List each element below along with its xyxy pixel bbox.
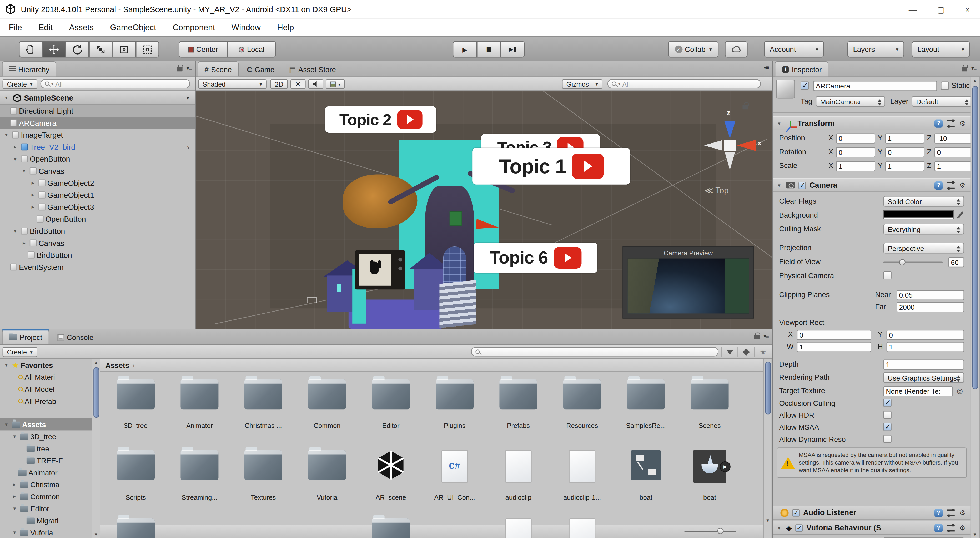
transform-rotation-y-field[interactable]: 0 xyxy=(885,147,924,157)
culling-mask-dropdown[interactable]: Everything xyxy=(883,224,964,235)
menu-assets[interactable]: Assets xyxy=(69,22,94,32)
project-tree-item-migrati[interactable]: Migrati xyxy=(0,514,92,527)
transform-component-header[interactable]: ▼ Transform ?⚙ xyxy=(773,117,970,130)
scene-viewport[interactable]: Topic 2Topic 3Topic 1Topic 6 Camera Prev… xyxy=(196,91,772,329)
transform-position-z-field[interactable]: -10 xyxy=(934,133,970,143)
fov-slider[interactable] xyxy=(883,262,943,263)
camera-component-header[interactable]: ▼ Camera ?⚙ xyxy=(773,178,970,192)
physical-camera-checkbox[interactable] xyxy=(883,271,892,279)
viewport-x-field[interactable]: 0 xyxy=(797,330,871,340)
menu-help[interactable]: Help xyxy=(277,22,294,32)
menu-window[interactable]: Window xyxy=(232,22,261,32)
tab-project[interactable]: Project xyxy=(2,329,49,345)
project-tree-item-vuforia[interactable]: ▼Vuforia xyxy=(0,527,92,538)
effects-dropdown-button[interactable]: ▾ xyxy=(326,79,345,89)
target-texture-field[interactable]: None (Render Te: xyxy=(883,386,953,396)
project-tree-item-common[interactable]: ►Common xyxy=(0,490,92,503)
scene-asset-header[interactable]: ▼ SampleScene ▾≡ xyxy=(0,91,195,105)
help-icon[interactable]: ? xyxy=(934,509,943,517)
asset-scenes-folder[interactable] xyxy=(679,379,740,409)
project-tree-item-christma[interactable]: ►Christma xyxy=(0,479,92,491)
project-tree-item-favorites[interactable]: ▼★Favorites xyxy=(0,359,92,371)
transform-scale-x-field[interactable]: 1 xyxy=(836,161,875,171)
fov-field[interactable]: 60 xyxy=(948,257,964,267)
hierarchy-search-input[interactable]: ▾ All xyxy=(40,79,190,88)
hierarchy-item-birdbutton[interactable]: ▼BirdButton xyxy=(0,225,195,237)
shading-mode-dropdown[interactable]: Shaded▾ xyxy=(198,79,267,89)
asset-resources-folder[interactable] xyxy=(552,379,612,409)
orientation-gizmo[interactable]: z x xyxy=(695,110,765,181)
asset-3d-tree-folder[interactable] xyxy=(105,379,166,409)
transform-scale-y-field[interactable]: 1 xyxy=(885,161,924,171)
asset-editor-folder[interactable] xyxy=(360,379,421,409)
hierarchy-item-gameobject2[interactable]: ►GameObject2 xyxy=(0,177,195,189)
panel-menu-icon[interactable]: ▾≡ xyxy=(971,65,976,71)
menu-edit[interactable]: Edit xyxy=(38,22,52,32)
panel-menu-icon[interactable]: ▾≡ xyxy=(764,333,768,339)
step-button[interactable]: ▶▮ xyxy=(501,41,525,57)
transform-position-x-field[interactable]: 0 xyxy=(836,133,875,143)
transform-position-y-field[interactable]: 1 xyxy=(885,133,924,143)
asset-ar-ui-con-csharp[interactable]: C# xyxy=(424,450,485,483)
thumbnail-zoom-knob[interactable] xyxy=(717,528,724,534)
project-tree-item-tree-f[interactable]: TREE-F xyxy=(0,455,92,467)
allow-msaa-checkbox[interactable] xyxy=(883,423,892,431)
asset-christmas-folder[interactable] xyxy=(233,379,294,409)
scene-label-topic-2[interactable]: Topic 2 xyxy=(325,106,436,133)
asset-boat-model[interactable]: ▶ xyxy=(679,450,740,483)
project-tree-item-editor[interactable]: ▼Editor xyxy=(0,503,92,514)
asset-plugins-folder[interactable] xyxy=(424,379,485,409)
asset-streaming-folder[interactable] xyxy=(169,450,230,481)
tab-hierarchy[interactable]: Hierarchy xyxy=(2,61,56,77)
axis-cone[interactable] xyxy=(704,140,722,150)
tab-scene[interactable]: #Scene xyxy=(197,61,239,77)
hierarchy-item-openbutton[interactable]: ▼OpenButton xyxy=(0,153,195,165)
hierarchy-create-button[interactable]: Create▾ xyxy=(3,79,37,89)
lock-icon[interactable] xyxy=(177,67,183,71)
rendering-path-dropdown[interactable]: Use Graphics Settings xyxy=(883,372,964,383)
pivot-center-button[interactable]: Center xyxy=(179,41,227,57)
tab-asset-store[interactable]: ▦Asset Store xyxy=(283,63,342,77)
axis-z-cone[interactable] xyxy=(724,121,736,138)
view-lock-icon[interactable] xyxy=(743,105,748,109)
menu-file[interactable]: File xyxy=(9,22,22,32)
active-checkbox[interactable] xyxy=(800,81,809,90)
camera-enabled-checkbox[interactable] xyxy=(799,182,806,189)
project-tree-item-all-model[interactable]: All Model xyxy=(0,383,92,395)
close-button[interactable]: × xyxy=(965,5,970,14)
hand-tool-button[interactable] xyxy=(19,41,42,57)
scene-search-input[interactable]: ▾ All xyxy=(608,79,761,88)
allow-dynamic-resolution-checkbox[interactable] xyxy=(883,435,892,443)
gear-icon[interactable]: ⚙ xyxy=(959,119,966,127)
view-orientation-label[interactable]: ≪ Top xyxy=(705,186,729,195)
eyedropper-icon[interactable] xyxy=(958,211,963,218)
hierarchy-item-birdbutton[interactable]: BirdButton xyxy=(0,249,195,261)
hierarchy-item-tree-v2-bird[interactable]: ►Tree_V2_bird› xyxy=(0,141,195,153)
tab-inspector[interactable]: i Inspector xyxy=(775,61,829,77)
collab-dropdown[interactable]: ✓Collab▾ xyxy=(668,41,719,57)
lighting-toggle-button[interactable]: ☀ xyxy=(290,79,306,89)
menu-component[interactable]: Component xyxy=(173,22,215,32)
hierarchy-item-arcamera[interactable]: ARCamera xyxy=(0,117,195,129)
hierarchy-item-canvas[interactable]: ▼Canvas xyxy=(0,165,195,177)
vuforia-behaviour-component-header[interactable]: ▼ ◈ Vuforia Behaviour (S ?⚙ xyxy=(773,521,970,535)
gameobject-name-field[interactable]: ARCamera xyxy=(813,81,937,91)
viewport-h-field[interactable]: 1 xyxy=(887,342,964,352)
project-create-button[interactable]: Create▾ xyxy=(3,347,37,357)
background-color-swatch[interactable] xyxy=(883,211,954,219)
2d-toggle-button[interactable]: 2D xyxy=(270,79,288,89)
asset-audioclip-1-file[interactable] xyxy=(552,450,612,483)
hierarchy-item-openbutton[interactable]: OpenButton xyxy=(0,213,195,225)
scale-tool-button[interactable] xyxy=(89,41,112,57)
search-by-label-button[interactable] xyxy=(737,347,754,357)
axis-x-cone[interactable] xyxy=(737,140,756,151)
transform-rotation-z-field[interactable]: 0 xyxy=(934,147,970,157)
gizmos-dropdown[interactable]: Gizmos▾ xyxy=(562,79,603,89)
layer-dropdown[interactable]: Default xyxy=(912,96,970,107)
audio-listener-component-header[interactable]: Audio Listener ?⚙ xyxy=(773,506,970,520)
search-by-type-button[interactable] xyxy=(721,347,737,357)
static-checkbox[interactable] xyxy=(941,81,949,90)
cloud-button[interactable] xyxy=(725,41,748,57)
layers-dropdown[interactable]: Layers▾ xyxy=(847,41,904,57)
transform-tool-button[interactable] xyxy=(136,41,159,57)
